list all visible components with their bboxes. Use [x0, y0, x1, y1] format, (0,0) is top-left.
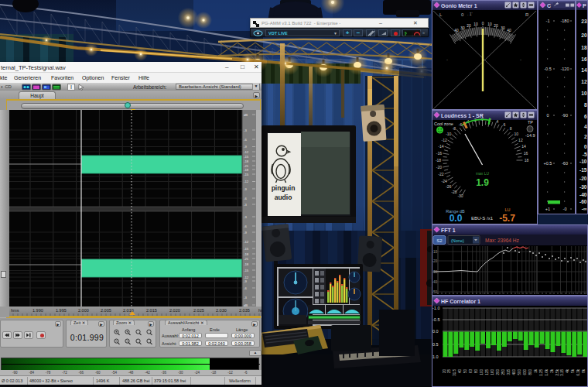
svg-text:18: 18: [525, 158, 529, 163]
svg-text:12: 12: [518, 138, 523, 142]
svg-text:-20: -20: [432, 259, 438, 263]
svg-text:14: 14: [521, 144, 526, 149]
svg-text:12: 12: [581, 79, 587, 84]
svg-text:-15: -15: [244, 155, 249, 159]
svg-text:0: 0: [482, 22, 484, 26]
svg-text:pinguin: pinguin: [272, 184, 296, 192]
svg-text:FFT 1: FFT 1: [441, 228, 456, 233]
svg-text:8: 8: [584, 102, 587, 108]
svg-text:-: -: [446, 57, 448, 62]
svg-text:1.25: 1.25: [539, 369, 543, 376]
svg-text:40: 40: [454, 29, 459, 33]
svg-text:max LU: max LU: [476, 171, 490, 176]
svg-text:-∞: -∞: [582, 206, 587, 211]
svg-text:1.9: 1.9: [476, 177, 489, 188]
svg-text:10: 10: [581, 91, 587, 96]
svg-text:10: 10: [473, 22, 478, 26]
svg-text:-15: -15: [244, 269, 249, 272]
svg-text:8k: 8k: [582, 368, 586, 373]
svg-text:125: 125: [485, 369, 489, 375]
svg-text:50: 50: [463, 369, 467, 374]
svg-text:400: 400: [512, 369, 516, 375]
svg-text:S2: S2: [436, 238, 443, 243]
svg-text:1k: 1k: [534, 368, 538, 373]
svg-text:800: 800: [528, 369, 532, 375]
svg-text:LU: LU: [504, 207, 510, 212]
svg-text:63: 63: [469, 369, 473, 374]
svg-text:-12: -12: [441, 138, 446, 142]
svg-text:-21: -21: [244, 257, 249, 261]
svg-text:-14: -14: [438, 144, 443, 149]
svg-text:Loudness 1 - SR: Loudness 1 - SR: [441, 113, 484, 118]
svg-text:30: 30: [460, 26, 465, 30]
svg-text:dB: dB: [244, 113, 248, 117]
svg-text:Gonio Meter 1: Gonio Meter 1: [441, 3, 477, 9]
svg-text:20: 20: [494, 24, 498, 28]
svg-text:P: P: [583, 3, 586, 9]
svg-text:14: 14: [581, 67, 587, 73]
svg-text:25: 25: [447, 369, 451, 374]
svg-text:2k: 2k: [550, 368, 554, 373]
svg-text:8: 8: [510, 126, 512, 131]
svg-text:40: 40: [507, 29, 511, 33]
svg-text:-60: -60: [579, 199, 587, 204]
svg-text:80: 80: [474, 369, 478, 374]
svg-text:-18: -18: [244, 262, 249, 266]
svg-text:-10: -10: [446, 132, 451, 136]
svg-text:100: 100: [480, 369, 484, 375]
svg-text:-6: -6: [459, 122, 463, 127]
svg-text:-1: -1: [546, 19, 550, 23]
svg-text:10: 10: [514, 132, 518, 136]
svg-text:10: 10: [487, 22, 492, 26]
svg-text:-16: -16: [436, 151, 442, 156]
svg-text:-18: -18: [436, 158, 441, 163]
svg-text:0: 0: [546, 113, 549, 118]
svg-text:23: 23: [581, 19, 587, 24]
svg-text:0: 0: [584, 144, 587, 149]
svg-text:200: 200: [496, 369, 500, 375]
svg-text:-10: -10: [432, 250, 438, 254]
svg-text:-120: -120: [560, 67, 569, 71]
svg-text:EBU-S /x1: EBU-S /x1: [471, 216, 494, 221]
svg-text:C: C: [547, 3, 551, 9]
svg-text:4k: 4k: [566, 368, 569, 373]
svg-text:audio: audio: [275, 194, 292, 201]
svg-text:. 1ʹ: . 1ʹ: [467, 12, 473, 16]
svg-text:-24: -24: [441, 179, 446, 183]
svg-text:-12: -12: [244, 240, 249, 244]
svg-text:+1: +1: [545, 207, 550, 211]
svg-text:+0.5: +0.5: [544, 161, 552, 166]
svg-text:-18: -18: [244, 168, 249, 172]
svg-text:-1.0: -1.0: [432, 306, 439, 310]
svg-text:18: 18: [581, 45, 587, 50]
svg-text:-14.9: -14.9: [525, 133, 535, 138]
svg-text:160: 160: [491, 369, 494, 375]
svg-text:-30: -30: [432, 270, 438, 274]
svg-text:315: 315: [507, 369, 511, 375]
svg-text:-15: -15: [244, 247, 249, 251]
svg-text:TP: TP: [528, 120, 533, 125]
svg-text:-28: -28: [451, 190, 456, 194]
svg-text:-50: -50: [432, 290, 438, 294]
svg-text:20: 20: [581, 33, 587, 38]
svg-text:-20: -20: [436, 165, 442, 170]
svg-text:0.0: 0.0: [432, 329, 439, 334]
svg-text:-60: -60: [562, 161, 568, 166]
svg-text:-22: -22: [438, 172, 443, 176]
svg-text:-26: -26: [446, 184, 451, 189]
svg-text:-12: -12: [244, 150, 249, 154]
svg-text:-40: -40: [432, 280, 438, 284]
svg-text:4: 4: [584, 124, 587, 129]
svg-text:-12: -12: [244, 180, 249, 183]
svg-text:HF Correlator 1: HF Correlator 1: [441, 299, 480, 304]
svg-text:6: 6: [504, 122, 506, 127]
svg-text:-18: -18: [244, 252, 249, 256]
svg-text:2.5k: 2.5k: [556, 368, 559, 375]
svg-text:Max: 23964 Hz: Max: 23964 Hz: [485, 238, 519, 243]
svg-text:16: 16: [581, 57, 587, 62]
svg-text:5k: 5k: [571, 368, 575, 373]
svg-text:Cool zone: Cool zone: [434, 122, 453, 126]
svg-text:-20: -20: [579, 176, 587, 181]
svg-text:0.0: 0.0: [450, 213, 463, 224]
svg-text:-0: -0: [563, 207, 567, 211]
